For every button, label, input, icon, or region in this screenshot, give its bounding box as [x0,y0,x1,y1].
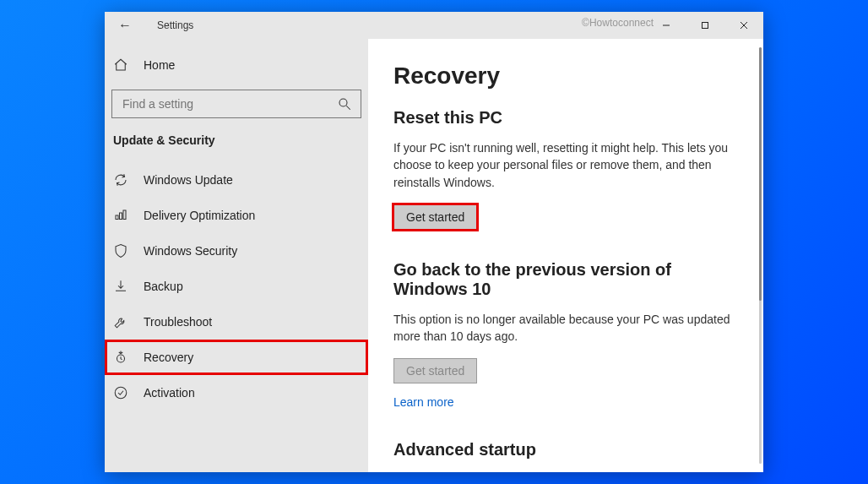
section-description: If your PC isn't running well, resetting… [393,139,738,191]
get-started-goback-button: Get started [393,358,477,383]
back-button[interactable]: ← [113,14,137,36]
sidebar-nav: Windows Update Delivery Optimization Win… [105,162,368,411]
sidebar-item-troubleshoot[interactable]: Troubleshoot [105,304,368,340]
titlebar: ← Settings ©Howtoconnect [105,12,763,39]
window-body: Home Update & Security Windows Update [105,39,763,472]
wrench-icon [113,314,128,329]
svg-rect-1 [703,23,708,29]
search-field[interactable] [121,96,337,111]
sidebar-item-recovery[interactable]: Recovery [105,340,368,375]
titlebar-left: ← Settings [105,14,193,36]
svg-point-7 [115,387,127,399]
home-nav[interactable]: Home [105,52,368,78]
sidebar-item-label: Backup [144,280,183,293]
section-heading: Go back to the previous version of Windo… [393,260,738,299]
section-reset-pc: Reset this PC If your PC isn't running w… [393,108,738,230]
sidebar-item-label: Delivery Optimization [144,209,255,222]
main-content: Recovery Reset this PC If your PC isn't … [368,39,763,472]
maximize-button[interactable] [686,12,724,39]
minimize-button[interactable] [647,12,686,39]
section-description: This option is no longer available becau… [393,311,738,345]
svg-line-5 [346,106,350,110]
close-button[interactable] [724,12,763,39]
sidebar-item-label: Recovery [144,351,193,364]
window-controls [647,12,763,39]
sidebar-item-delivery-optimization[interactable]: Delivery Optimization [105,198,368,233]
sidebar-item-windows-security[interactable]: Windows Security [105,233,368,269]
search-icon [337,96,352,111]
svg-point-4 [339,99,347,106]
check-circle-icon [113,385,128,400]
page-title: Recovery [393,63,738,90]
learn-more-link[interactable]: Learn more [393,395,454,409]
get-started-reset-button[interactable]: Get started [393,204,477,230]
sidebar-item-label: Windows Security [144,244,237,258]
home-icon [113,57,128,73]
sidebar-item-label: Troubleshoot [144,315,212,329]
scrollbar[interactable] [759,47,762,464]
backup-icon [113,279,128,294]
sidebar-item-windows-update[interactable]: Windows Update [105,162,368,198]
section-heading: Advanced startup [393,440,738,460]
section-heading: Reset this PC [393,108,738,128]
sidebar-category: Update & Security [105,133,368,162]
section-go-back: Go back to the previous version of Windo… [393,260,738,411]
settings-window: ← Settings ©Howtoconnect Home [105,12,763,472]
sidebar-item-label: Windows Update [144,173,233,187]
sidebar-item-activation[interactable]: Activation [105,375,368,411]
delivery-icon [113,208,128,223]
watermark: ©Howtoconnect [582,17,654,29]
sidebar-item-label: Activation [144,386,195,400]
section-advanced-startup: Advanced startup [393,440,738,460]
shield-icon [113,243,128,258]
sidebar-item-backup[interactable]: Backup [105,269,368,304]
search-input[interactable] [111,90,361,118]
app-title: Settings [157,19,193,31]
sync-icon [113,172,128,188]
sidebar: Home Update & Security Windows Update [105,39,368,472]
home-label: Home [144,58,175,72]
recovery-icon [113,350,128,365]
